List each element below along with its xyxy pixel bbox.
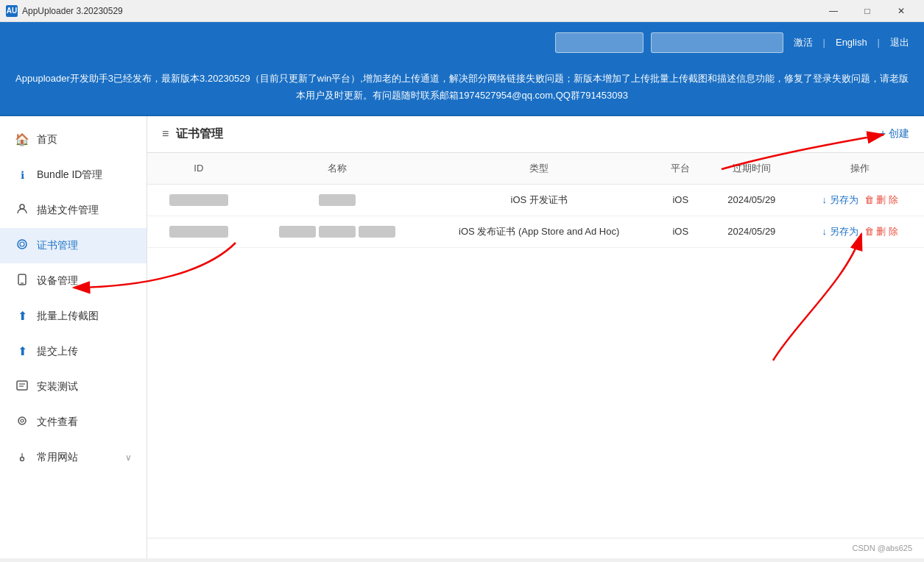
cert-type-2: iOS 发布证书 (App Store and Ad Hoc) xyxy=(424,216,654,247)
sidebar-item-install-test[interactable]: 安装测试 xyxy=(0,369,147,405)
sidebar-label-common-sites: 常用网站 xyxy=(37,451,118,464)
cert-icon xyxy=(15,238,29,253)
save-as-button-2[interactable]: ↓ 另存为 xyxy=(822,225,858,238)
close-button[interactable]: ✕ xyxy=(884,0,918,22)
sidebar-item-upload-screenshot[interactable]: ⬆ 批量上传截图 xyxy=(0,299,147,334)
sidebar-label-install-test: 安装测试 xyxy=(37,380,132,394)
col-header-id: ID xyxy=(147,153,250,185)
cert-action-2: ↓ 另存为 🗑 删 除 xyxy=(796,216,924,247)
title-bar: AU AppUploader 3.20230529 — □ ✕ xyxy=(0,0,924,22)
home-icon: 🏠 xyxy=(15,132,29,146)
submit-upload-icon: ⬆ xyxy=(15,344,29,358)
password-input[interactable] xyxy=(651,32,783,53)
svg-rect-5 xyxy=(17,381,27,390)
svg-point-1 xyxy=(18,240,27,249)
col-header-name: 名称 xyxy=(250,153,425,185)
main-layout: 🏠 首页 ℹ Bundle ID管理 描述文件管理 证书管理 xyxy=(0,116,924,558)
device-icon xyxy=(15,274,29,288)
activate-button[interactable]: 激活 xyxy=(791,36,816,49)
cert-table-wrapper: ID 名称 类型 平台 过期时间 操作 xyxy=(147,153,924,538)
svg-point-8 xyxy=(18,417,26,424)
svg-point-2 xyxy=(20,242,24,246)
cert-table: ID 名称 类型 平台 过期时间 操作 xyxy=(147,153,924,248)
sidebar-label-cert: 证书管理 xyxy=(37,239,132,252)
cert-action-1: ↓ 另存为 🗑 删 除 xyxy=(796,184,924,216)
sidebar-label-file-view: 文件查看 xyxy=(37,416,132,429)
sidebar-item-file-view[interactable]: 文件查看 xyxy=(0,405,147,440)
cert-expire-2: 2024/05/29 xyxy=(707,216,796,247)
footer: CSDN @abs625 xyxy=(147,538,924,558)
cert-expire-1: 2024/05/29 xyxy=(707,184,796,216)
cert-id-1 xyxy=(147,184,250,216)
sidebar-item-profile[interactable]: 描述文件管理 xyxy=(0,193,147,228)
sidebar-label-profile: 描述文件管理 xyxy=(37,204,132,217)
content-area: ≡ 证书管理 + 创建 ID 名称 类型 平台 过期时间 操作 xyxy=(147,116,924,558)
common-sites-icon xyxy=(15,450,29,465)
delete-button-2[interactable]: 🗑 删 除 xyxy=(864,225,898,238)
delete-button-1[interactable]: 🗑 删 除 xyxy=(864,193,898,207)
announcement-banner: Appuploader开发助手3已经发布，最新版本3.20230529（目前只更… xyxy=(0,63,924,116)
cert-name-1 xyxy=(250,184,425,216)
save-as-button-1[interactable]: ↓ 另存为 xyxy=(822,193,858,207)
logout-button[interactable]: 退出 xyxy=(887,36,912,49)
create-cert-button[interactable]: + 创建 xyxy=(880,127,909,140)
col-header-action: 操作 xyxy=(796,153,924,185)
sidebar-item-bundle-id[interactable]: ℹ Bundle ID管理 xyxy=(0,157,147,193)
cert-type-1: iOS 开发证书 xyxy=(424,184,654,216)
sidebar-label-device: 设备管理 xyxy=(37,274,132,288)
sidebar-item-cert[interactable]: 证书管理 xyxy=(0,228,147,263)
sidebar-item-device[interactable]: 设备管理 xyxy=(0,263,147,299)
cert-platform-2: iOS xyxy=(654,216,707,247)
page-title: 证书管理 xyxy=(176,127,223,142)
upload-screenshot-icon: ⬆ xyxy=(15,309,29,323)
account-input[interactable] xyxy=(555,32,643,53)
svg-point-10 xyxy=(21,457,24,460)
col-header-type: 类型 xyxy=(424,153,654,185)
maximize-button[interactable]: □ xyxy=(850,0,884,22)
sidebar-label-bundle-id: Bundle ID管理 xyxy=(37,168,132,182)
sidebar-label-upload-screenshot: 批量上传截图 xyxy=(37,310,132,323)
common-sites-expand-icon: ∨ xyxy=(125,452,132,463)
app-title: AppUploader 3.20230529 xyxy=(22,6,123,16)
sidebar-label-home: 首页 xyxy=(37,133,132,146)
col-header-platform: 平台 xyxy=(654,153,707,185)
footer-text: CSDN @abs625 xyxy=(853,544,912,552)
window-controls: — □ ✕ xyxy=(817,0,918,22)
sidebar-item-home[interactable]: 🏠 首页 xyxy=(0,122,147,157)
app-icon: AU xyxy=(6,5,18,17)
cert-name-2 xyxy=(250,216,425,247)
top-header: 激活 | English | 退出 xyxy=(0,22,924,63)
table-row: iOS 发布证书 (App Store and Ad Hoc) iOS 2024… xyxy=(147,216,924,247)
page-title-area: ≡ 证书管理 xyxy=(162,127,223,142)
title-bar-left: AU AppUploader 3.20230529 xyxy=(6,5,123,17)
sidebar: 🏠 首页 ℹ Bundle ID管理 描述文件管理 证书管理 xyxy=(0,116,147,558)
svg-point-0 xyxy=(20,204,24,209)
svg-point-9 xyxy=(21,419,24,422)
file-view-icon xyxy=(15,415,29,430)
profile-icon xyxy=(15,203,29,218)
cert-id-2 xyxy=(147,216,250,247)
minimize-button[interactable]: — xyxy=(817,0,850,22)
page-header: ≡ 证书管理 + 创建 xyxy=(147,116,924,153)
language-button[interactable]: English xyxy=(833,37,870,48)
page-title-icon: ≡ xyxy=(162,127,169,140)
sidebar-item-submit-upload[interactable]: ⬆ 提交上传 xyxy=(0,334,147,369)
cert-platform-1: iOS xyxy=(654,184,707,216)
sidebar-item-common-sites[interactable]: 常用网站 ∨ xyxy=(0,440,147,475)
banner-text: Appuploader开发助手3已经发布，最新版本3.20230529（目前只更… xyxy=(15,73,909,101)
col-header-expire: 过期时间 xyxy=(707,153,796,185)
sidebar-label-submit-upload: 提交上传 xyxy=(37,345,132,358)
table-row: iOS 开发证书 iOS 2024/05/29 ↓ 另存为 🗑 删 除 xyxy=(147,184,924,216)
bundle-icon: ℹ xyxy=(15,169,29,181)
install-test-icon xyxy=(15,380,29,394)
